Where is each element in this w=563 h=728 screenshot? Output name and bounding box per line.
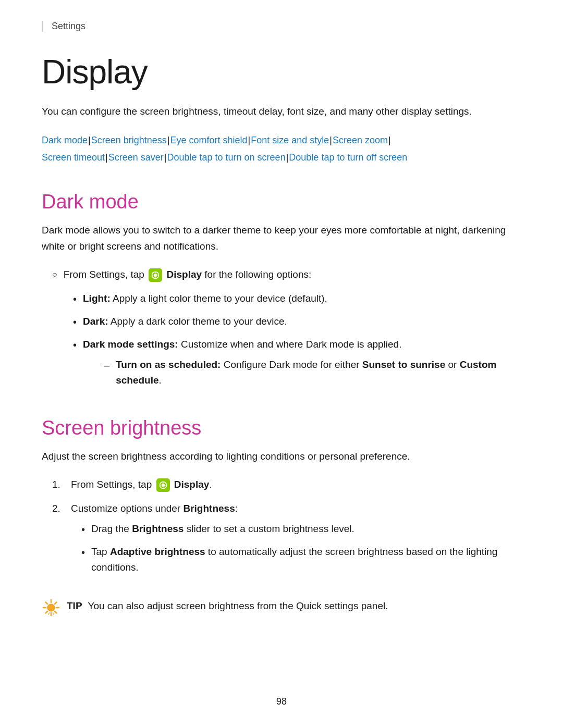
brightness-sub-drag: Drag the Brightness slider to set a cust… bbox=[81, 521, 521, 538]
dark-mode-sub-options: Turn on as scheduled: Configure Dark mod… bbox=[104, 357, 521, 389]
settings-icon-brightness bbox=[156, 478, 170, 492]
tip-label: TIP bbox=[67, 600, 82, 611]
screen-brightness-description: Adjust the screen brightness according t… bbox=[42, 449, 521, 464]
dark-mode-option-dark: Dark: Apply a dark color theme to your d… bbox=[73, 314, 521, 330]
dark-mode-description: Dark mode allows you to switch to a dark… bbox=[42, 223, 521, 254]
breadcrumb-text: Settings bbox=[52, 21, 85, 31]
svg-line-19 bbox=[55, 602, 57, 604]
dark-mode-steps: ○ From Settings, tap Display for bbox=[52, 267, 521, 394]
page-number: 98 bbox=[0, 696, 563, 707]
nav-link-screen-zoom[interactable]: Screen zoom bbox=[333, 135, 388, 145]
nav-link-font-size-and-style[interactable]: Font size and style bbox=[251, 135, 329, 145]
tip-box: TIP You can also adjust screen brightnes… bbox=[42, 598, 521, 617]
svg-line-17 bbox=[46, 602, 48, 604]
svg-line-20 bbox=[46, 611, 48, 613]
dark-mode-section: Dark mode Dark mode allows you to switch… bbox=[42, 191, 521, 393]
nav-links: Dark mode|Screen brightness|Eye comfort … bbox=[42, 132, 521, 166]
tip-icon bbox=[42, 598, 60, 617]
dark-mode-step-app: Display bbox=[166, 269, 202, 280]
svg-line-18 bbox=[55, 611, 57, 613]
screen-brightness-step-2: Customize options under Brightness: Drag… bbox=[52, 501, 521, 582]
screen-brightness-steps: From Settings, tap Display. bbox=[52, 477, 521, 582]
brightness-sub-options: Drag the Brightness slider to set a cust… bbox=[81, 521, 521, 576]
circle-bullet: ○ bbox=[52, 268, 57, 281]
screen-brightness-step-1: From Settings, tap Display. bbox=[52, 477, 521, 492]
dark-mode-sub-scheduled: Turn on as scheduled: Configure Dark mod… bbox=[104, 357, 521, 389]
nav-link-dark-mode[interactable]: Dark mode bbox=[42, 135, 88, 145]
svg-line-21 bbox=[48, 613, 50, 614]
nav-link-screen-timeout[interactable]: Screen timeout bbox=[42, 152, 105, 163]
page-title: Display bbox=[42, 53, 521, 91]
svg-point-6 bbox=[162, 484, 165, 487]
tip-content: You can also adjust screen brightness fr… bbox=[88, 600, 388, 611]
brightness-sub-adaptive: Tap Adaptive brightness to automatically… bbox=[81, 544, 521, 576]
tip-text: TIP You can also adjust screen brightnes… bbox=[67, 598, 388, 614]
settings-icon-display bbox=[149, 268, 162, 282]
screen-brightness-title: Screen brightness bbox=[42, 417, 521, 439]
dark-mode-option-settings: Dark mode settings: Customize when and w… bbox=[73, 337, 521, 393]
svg-point-12 bbox=[47, 604, 55, 611]
nav-link-double-tap-on[interactable]: Double tap to turn on screen bbox=[167, 152, 286, 163]
nav-link-double-tap-off[interactable]: Double tap to turn off screen bbox=[289, 152, 407, 163]
nav-link-screen-saver[interactable]: Screen saver bbox=[108, 152, 164, 163]
dark-mode-step-text: From Settings, tap Display for the follo… bbox=[64, 267, 312, 282]
nav-link-eye-comfort-shield[interactable]: Eye comfort shield bbox=[170, 135, 248, 145]
nav-link-screen-brightness[interactable]: Screen brightness bbox=[91, 135, 167, 145]
breadcrumb: Settings bbox=[42, 21, 521, 32]
svg-line-22 bbox=[53, 613, 54, 614]
brightness-step1-app: Display bbox=[174, 479, 210, 490]
screen-brightness-section: Screen brightness Adjust the screen brig… bbox=[42, 417, 521, 618]
page-container: Settings Display You can configure the s… bbox=[0, 0, 563, 728]
dark-mode-title: Dark mode bbox=[42, 191, 521, 213]
dark-mode-step-1: ○ From Settings, tap Display for bbox=[52, 267, 521, 282]
svg-point-0 bbox=[154, 274, 157, 277]
page-description: You can configure the screen brightness,… bbox=[42, 104, 521, 119]
dark-mode-option-light: Light: Apply a light color theme to your… bbox=[73, 291, 521, 307]
dark-mode-options: Light: Apply a light color theme to your… bbox=[73, 291, 521, 393]
